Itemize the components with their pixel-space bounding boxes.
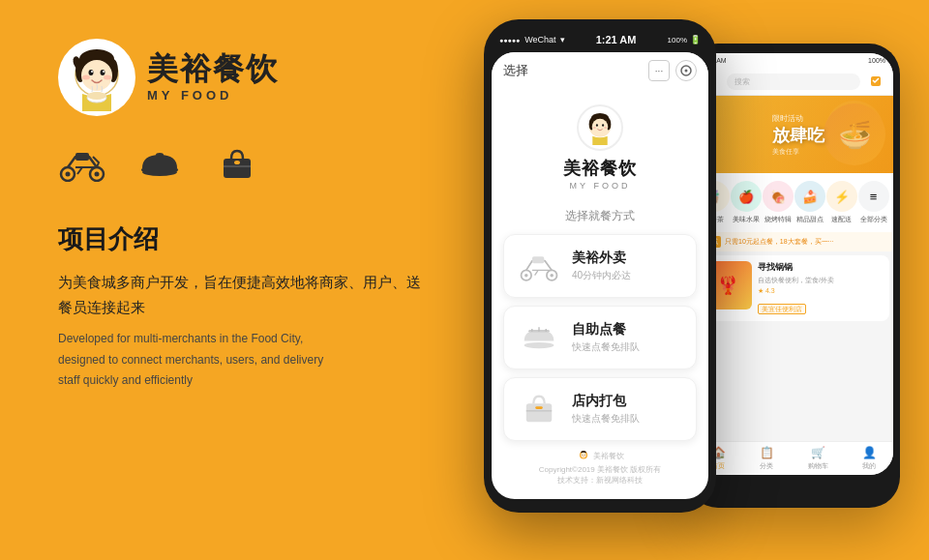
nav-back-label[interactable]: 选择	[503, 62, 528, 79]
footer-support: 技术支持：新视网络科技	[492, 475, 708, 486]
cat-label-5: 全部分类	[860, 215, 887, 224]
svg-point-41	[524, 342, 554, 348]
mode-selforder-sub: 快速点餐免排队	[572, 340, 682, 354]
sec-search-input[interactable]: 搜索	[727, 74, 860, 90]
cat-item-4[interactable]: ⚡ 速配送	[826, 181, 857, 224]
phone-main: ●●●●● WeChat ▾ 1:21 AM 100% 🔋 选择 ···	[484, 19, 716, 513]
shop-rating: ★ 4.3	[758, 287, 884, 295]
mode-selforder-text: 自助点餐 快速点餐免排队	[572, 321, 682, 354]
svg-point-10	[82, 75, 90, 80]
wifi-icon: ▾	[560, 35, 565, 44]
svg-point-16	[66, 172, 71, 177]
mode-takeaway-text: 店内打包 快速点餐免排队	[572, 393, 682, 426]
project-title: 项目介绍	[58, 222, 426, 256]
mode-delivery-title: 美裕外卖	[572, 250, 682, 267]
mode-takeaway-icon	[518, 388, 560, 430]
nav-item-profile[interactable]: 👤 我的	[862, 446, 877, 471]
logo-text-area: 美裕餐饮 MY FOOD	[147, 52, 279, 103]
nav-item-cart[interactable]: 🛒 购物车	[808, 446, 828, 471]
logo-english-text: MY FOOD	[147, 88, 279, 103]
nav-icons: ···	[648, 60, 697, 81]
secondary-phone-screen: 1:21 AM 100% 搜索	[694, 53, 893, 475]
main-phone-screen: 选择 ···	[492, 52, 708, 499]
phone-secondary: 1:21 AM 100% 搜索	[687, 44, 900, 508]
shop-name: 寻找锅锅	[758, 261, 884, 274]
svg-rect-40	[532, 256, 544, 263]
svg-point-11	[104, 75, 111, 80]
mode-takeaway-title: 店内打包	[572, 393, 682, 410]
mode-delivery-icon	[518, 245, 560, 287]
svg-point-34	[593, 127, 596, 129]
battery-label: 100%	[668, 36, 687, 44]
mode-card-selforder[interactable]: 自助点餐 快速点餐免排队	[503, 306, 697, 369]
shop-card[interactable]: 🦞 寻找锅锅 自选快餐便利，堂食/外卖 ★ 4.3 美宜佳便利店	[698, 255, 889, 321]
cat-label-1: 美味水果	[733, 215, 760, 224]
logo-chinese-text: 美裕餐饮	[147, 52, 279, 86]
sec-bottom-nav: 🏠 首页 📋 分类 🛒 购物车 👤 我的	[694, 441, 893, 475]
svg-point-32	[596, 124, 598, 127]
sec-notification-icon[interactable]	[866, 72, 885, 91]
svg-point-35	[604, 127, 607, 129]
svg-point-52	[582, 455, 583, 456]
promo-text: 只需10元起点餐，18大套餐，买一···	[725, 237, 833, 247]
shop-info: 寻找锅锅 自选快餐便利，堂食/外卖 ★ 4.3 美宜佳便利店	[758, 261, 884, 315]
select-mode-title: 选择就餐方式	[492, 208, 708, 224]
main-nav-bar: 选择 ···	[492, 52, 708, 89]
cat-label-3: 精品甜点	[796, 215, 824, 224]
mode-selforder-icon	[518, 316, 560, 359]
svg-point-51	[581, 453, 586, 458]
mode-card-takeaway[interactable]: 店内打包 快速点餐免排队	[503, 377, 697, 441]
cat-item-3[interactable]: 🍰 精品甜点	[794, 181, 825, 224]
icon-row	[58, 145, 426, 184]
nav-category-label: 分类	[760, 461, 773, 471]
nav-circle-button[interactable]	[675, 60, 697, 81]
mode-takeaway-sub: 快速点餐免排队	[572, 412, 682, 426]
cat-label-4: 速配送	[831, 215, 852, 224]
banner-text: 放肆吃	[772, 124, 824, 147]
cat-item-2[interactable]: 🍖 烧烤特辑	[763, 181, 794, 224]
project-section: 项目介绍 为美食城多商户开发，旨在便捷高效地将商家、用户、送餐员连接起来 Dev…	[58, 222, 426, 392]
app-name-en: MY FOOD	[570, 181, 631, 191]
svg-point-17	[95, 172, 100, 177]
svg-point-24	[234, 161, 240, 164]
sec-status-bar: 1:21 AM 100%	[694, 53, 893, 68]
svg-point-26	[685, 70, 688, 73]
svg-point-9	[103, 71, 105, 73]
cat-icons-row: 🧋 下午茶 🍎 美味水果 🍖 烧烤特辑	[694, 173, 893, 232]
cat-label-2: 烧烤特辑	[764, 215, 792, 224]
project-desc-en: Developed for multi-merchants in the Foo…	[58, 329, 329, 392]
svg-rect-18	[75, 153, 89, 161]
svg-rect-48	[535, 406, 543, 409]
shop-desc: 自选快餐便利，堂食/外卖	[758, 276, 884, 285]
svg-point-8	[91, 71, 93, 73]
mode-selforder-title: 自助点餐	[572, 321, 682, 339]
battery-icon: 🔋	[690, 35, 701, 44]
wechat-label: WeChat	[524, 35, 555, 44]
svg-point-38	[524, 274, 528, 278]
shop-tag: 美宜佳便利店	[758, 304, 806, 314]
main-time: 1:21 AM	[596, 34, 637, 45]
nav-profile-label: 我的	[862, 461, 876, 471]
footer-brand: 美裕餐饮	[593, 451, 624, 461]
svg-point-53	[584, 455, 584, 456]
cat-item-5[interactable]: ≡ 全部分类	[858, 181, 889, 224]
mode-card-delivery[interactable]: 美裕外卖 40分钟内必达	[503, 234, 697, 298]
app-logo-small	[577, 104, 623, 151]
nav-more-button[interactable]: ···	[648, 60, 670, 81]
mode-delivery-text: 美裕外卖 40分钟内必达	[572, 250, 682, 282]
promo-bar: 满减 只需10元起点餐，18大套餐，买一···	[694, 232, 893, 251]
signal-dots: ●●●●●	[499, 37, 520, 44]
sec-battery: 100%	[868, 57, 885, 64]
shopping-bag-icon	[213, 145, 261, 184]
cat-item-1[interactable]: 🍎 美味水果	[731, 181, 762, 224]
nav-cart-label: 购物车	[808, 461, 828, 471]
project-desc-cn: 为美食城多商户开发，旨在便捷高效地将商家、用户、送餐员连接起来	[58, 270, 426, 319]
nav-item-category[interactable]: 📋 分类	[760, 446, 774, 471]
app-name-cn: 美裕餐饮	[563, 157, 637, 180]
logo-area: 美裕餐饮 MY FOOD	[58, 39, 426, 116]
svg-rect-21	[141, 168, 178, 171]
sec-banner: 🍜 限时活动 放肆吃 美食任享	[694, 96, 893, 173]
svg-point-13	[87, 92, 106, 100]
svg-point-20	[156, 153, 164, 157]
svg-point-31	[592, 119, 608, 134]
